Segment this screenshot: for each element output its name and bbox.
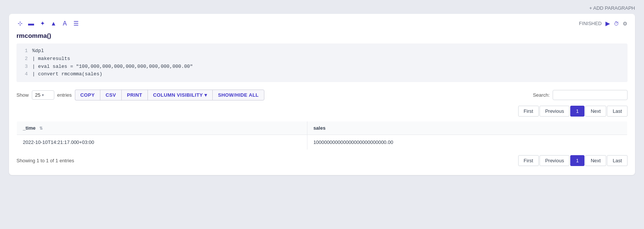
print-button[interactable]: PRINT bbox=[121, 90, 148, 100]
code-line-3: 3 | eval sales = "100,000,000,000,000,00… bbox=[22, 63, 622, 71]
data-table: _time ⇅ sales 2022-10-10T14:21:17.000+03… bbox=[16, 121, 628, 150]
line-code-1: %dpl bbox=[32, 47, 44, 55]
page-1-button-bottom[interactable]: 1 bbox=[570, 155, 584, 166]
first-button-top[interactable]: First bbox=[518, 106, 539, 117]
move-icon[interactable]: ⊹ bbox=[16, 20, 23, 27]
entries-select[interactable]: 25 ▾ bbox=[32, 90, 54, 100]
search-label: Search: bbox=[533, 92, 550, 98]
controls-right: Search: bbox=[533, 90, 628, 100]
time-col-label: _time bbox=[23, 125, 36, 131]
table-row: 2022-10-10T14:21:17.000+03:00 1000000000… bbox=[17, 135, 628, 150]
entries-label: entries bbox=[57, 92, 72, 98]
card-toolbar: ⊹ ▬ ✦ ▲ A ☰ FINISHED ▶ ⏱ ⚙ bbox=[16, 20, 628, 27]
col-vis-chevron-icon: ▾ bbox=[204, 92, 207, 98]
copy-button[interactable]: COPY bbox=[75, 90, 100, 100]
sales-col-label: sales bbox=[313, 125, 326, 131]
clock-button[interactable]: ⏱ bbox=[614, 21, 619, 27]
add-paragraph-button[interactable]: + ADD PARAGRAPH bbox=[589, 5, 635, 11]
gear-button[interactable]: ⚙ bbox=[623, 21, 628, 27]
toolbar-right: FINISHED ▶ ⏱ ⚙ bbox=[579, 20, 628, 27]
previous-button-bottom[interactable]: Previous bbox=[540, 155, 570, 166]
sales-cell: 100000000000000000000000000.00 bbox=[307, 135, 627, 150]
next-button-top[interactable]: Next bbox=[585, 106, 607, 117]
sales-column-header[interactable]: sales bbox=[307, 121, 627, 135]
run-button[interactable]: ▶ bbox=[605, 20, 610, 27]
page-1-button-top[interactable]: 1 bbox=[570, 106, 584, 117]
line-code-3: | eval sales = "100,000,000,000,000,000,… bbox=[32, 63, 193, 71]
code-icon[interactable]: ✦ bbox=[39, 20, 46, 27]
toolbar-icons: ⊹ ▬ ✦ ▲ A ☰ bbox=[16, 20, 79, 27]
line-code-4: | convert rmcomma(sales) bbox=[32, 70, 102, 78]
showing-text: Showing 1 to 1 of 1 entries bbox=[16, 158, 74, 163]
chevron-down-icon: ▾ bbox=[42, 93, 44, 97]
code-line-2: 2 | makeresults bbox=[22, 55, 622, 63]
last-button-bottom[interactable]: Last bbox=[607, 155, 628, 166]
pagination-bottom: First Previous 1 Next Last bbox=[518, 155, 628, 166]
code-block: 1 %dpl 2 | makeresults 3 | eval sales = … bbox=[16, 43, 628, 82]
search-input[interactable] bbox=[553, 90, 628, 100]
next-button-bottom[interactable]: Next bbox=[585, 155, 607, 166]
pagination-bottom-row: Showing 1 to 1 of 1 entries First Previo… bbox=[16, 155, 628, 166]
code-line-1: 1 %dpl bbox=[22, 47, 622, 55]
list-icon[interactable]: ☰ bbox=[73, 20, 79, 27]
time-cell: 2022-10-10T14:21:17.000+03:00 bbox=[17, 135, 307, 150]
text-icon[interactable]: A bbox=[61, 20, 68, 27]
line-code-2: | makeresults bbox=[32, 55, 70, 63]
section-title: rmcomma() bbox=[16, 32, 628, 40]
controls-left: Show 25 ▾ entries COPY CSV PRINT COLUMN … bbox=[16, 90, 264, 100]
column-visibility-button[interactable]: COLUMN VISIBILITY ▾ bbox=[148, 90, 212, 100]
line-num-1: 1 bbox=[22, 47, 28, 55]
line-num-4: 4 bbox=[22, 70, 28, 78]
line-num-2: 2 bbox=[22, 55, 28, 63]
previous-button-top[interactable]: Previous bbox=[540, 106, 570, 117]
sort-icon: ⇅ bbox=[39, 126, 43, 130]
code-line-4: 4 | convert rmcomma(sales) bbox=[22, 70, 622, 78]
finished-label: FINISHED bbox=[579, 21, 602, 26]
entries-value: 25 bbox=[35, 92, 40, 98]
controls-row: Show 25 ▾ entries COPY CSV PRINT COLUMN … bbox=[16, 90, 628, 100]
csv-button[interactable]: CSV bbox=[100, 90, 121, 100]
table-header-row: _time ⇅ sales bbox=[17, 121, 628, 135]
last-button-top[interactable]: Last bbox=[607, 106, 628, 117]
upload-icon[interactable]: ▲ bbox=[50, 20, 57, 27]
pagination-top: First Previous 1 Next Last bbox=[16, 106, 628, 117]
first-button-bottom[interactable]: First bbox=[518, 155, 539, 166]
show-hide-all-button[interactable]: SHOW/HIDE ALL bbox=[212, 90, 264, 100]
line-num-3: 3 bbox=[22, 63, 28, 71]
action-buttons: COPY CSV PRINT COLUMN VISIBILITY ▾ SHOW/… bbox=[75, 90, 264, 100]
save-icon[interactable]: ▬ bbox=[28, 20, 34, 27]
time-column-header[interactable]: _time ⇅ bbox=[17, 121, 307, 135]
main-card: ⊹ ▬ ✦ ▲ A ☰ FINISHED ▶ ⏱ ⚙ rmcomma() 1 %… bbox=[9, 14, 635, 175]
show-label: Show bbox=[16, 92, 29, 98]
